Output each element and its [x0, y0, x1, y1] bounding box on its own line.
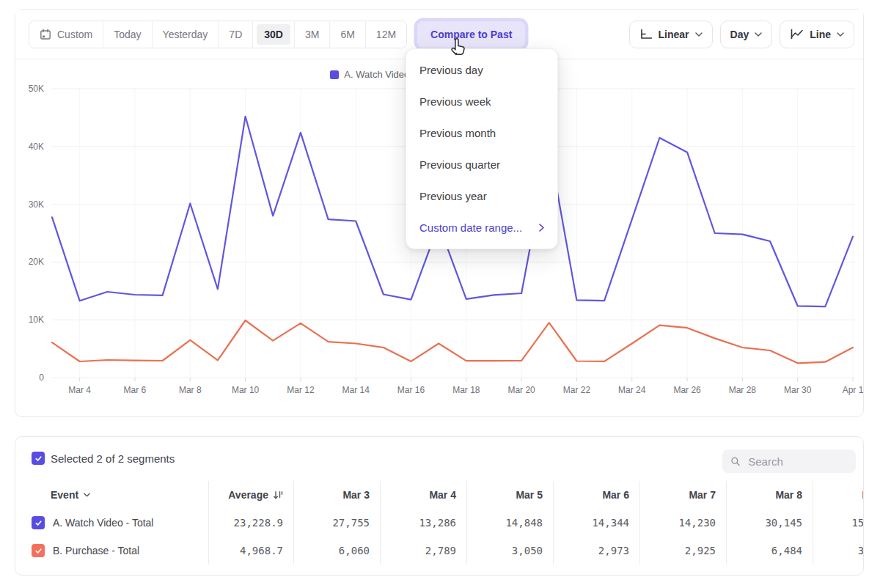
- scale-select-value: Linear: [659, 29, 689, 40]
- column-header-event[interactable]: Event: [15, 481, 208, 509]
- x-tick-label: Mar 20: [507, 385, 535, 395]
- table-value-cell: 14,848: [466, 509, 553, 537]
- table-value-cell: 2,973: [553, 537, 639, 565]
- column-header-date: Mar 9: [813, 481, 864, 509]
- table-value-cell: 2,789: [380, 537, 466, 565]
- range-label: Custom: [57, 29, 92, 40]
- x-tick-label: Mar 30: [784, 385, 811, 395]
- segment-row-label: B. Purchase - Total: [53, 545, 139, 556]
- date-range-segmented-control: Custom Today Yesterday 7D 30D 3M 6M 12M: [29, 21, 407, 48]
- range-6m-button[interactable]: 6M: [329, 21, 364, 48]
- interval-select-value: Day: [730, 29, 749, 40]
- compare-to-past-menu: Previous dayPrevious weekPrevious monthP…: [406, 48, 558, 249]
- series-line-b[interactable]: [52, 320, 853, 363]
- x-tick-label: Mar 10: [232, 385, 259, 395]
- table-value-cell: 4,968.7: [208, 537, 293, 565]
- row-checkbox[interactable]: [32, 544, 45, 557]
- segments-card: Selected 2 of 2 segments Event Average M…: [15, 436, 864, 576]
- menu-item[interactable]: Previous day: [406, 54, 557, 86]
- chevron-down-icon: [755, 32, 762, 37]
- range-12m-button[interactable]: 12M: [365, 21, 406, 48]
- menu-item[interactable]: Previous quarter: [406, 149, 557, 180]
- column-header-date: Mar 4: [380, 481, 466, 509]
- sort-descending-icon: [273, 490, 283, 500]
- interval-select[interactable]: Day: [720, 21, 773, 48]
- menu-item-custom-date-range[interactable]: Custom date range...: [406, 212, 557, 243]
- column-header-date: Mar 5: [466, 481, 553, 509]
- x-tick-label: Mar 24: [618, 385, 645, 395]
- range-custom-button[interactable]: Custom: [29, 21, 103, 48]
- scale-select[interactable]: Linear: [629, 21, 713, 48]
- range-3m-button[interactable]: 3M: [294, 21, 329, 48]
- segments-panel-header: Selected 2 of 2 segments: [15, 437, 863, 481]
- row-checkbox[interactable]: [32, 516, 45, 529]
- table-value-cell: 6,484: [726, 537, 813, 565]
- table-value-cell: 3,000: [813, 537, 864, 565]
- column-header-date: Mar 6: [553, 481, 639, 509]
- column-header-average[interactable]: Average: [208, 481, 293, 509]
- chevron-right-icon: [539, 224, 544, 232]
- check-icon: [34, 519, 43, 527]
- table-value-cell: 2,925: [639, 537, 726, 565]
- table-value-cell: 23,228.9: [208, 509, 293, 537]
- compare-to-past-button[interactable]: Compare to Past: [417, 21, 525, 48]
- segment-search: [722, 449, 856, 473]
- table-value-cell: 13,286: [380, 509, 466, 537]
- table-value-cell: 15,300: [813, 509, 864, 537]
- x-tick-label: Mar 26: [673, 385, 700, 395]
- menu-item[interactable]: Previous month: [406, 117, 557, 149]
- calendar-icon: [40, 29, 51, 40]
- x-tick-label: Mar 28: [729, 385, 756, 395]
- range-7d-button[interactable]: 7D: [218, 21, 252, 48]
- linear-scale-icon: [639, 29, 653, 40]
- x-tick-label: Mar 14: [342, 385, 370, 395]
- x-tick-label: Apr 1: [843, 385, 864, 395]
- table-value-cell: 30,145: [726, 509, 813, 537]
- x-tick-label: Mar 4: [68, 385, 91, 395]
- table-value-cell: 14,344: [553, 509, 639, 537]
- y-tick-label: 10K: [17, 315, 44, 325]
- x-tick-label: Mar 22: [563, 385, 590, 395]
- check-icon: [34, 547, 43, 555]
- y-tick-label: 20K: [17, 257, 44, 267]
- cursor-pointer-icon: [450, 37, 468, 56]
- chevron-down-icon: [84, 493, 90, 497]
- table-value-cell: 6,060: [293, 537, 380, 565]
- menu-item[interactable]: Previous year: [406, 180, 557, 212]
- menu-item[interactable]: Previous week: [406, 86, 557, 117]
- chart-type-select[interactable]: Line: [780, 21, 854, 48]
- select-all-checkbox[interactable]: [32, 452, 45, 465]
- chevron-down-icon: [837, 32, 844, 37]
- search-icon: [730, 455, 741, 468]
- line-chart-icon: [790, 29, 804, 40]
- y-tick-label: 40K: [17, 142, 44, 152]
- x-tick-label: Mar 18: [452, 385, 480, 395]
- legend-swatch: [330, 70, 339, 79]
- x-tick-label: Mar 12: [287, 385, 314, 395]
- segments-table: Event Average Mar 3 Mar 4 Mar 5 Mar 6 Ma…: [15, 481, 864, 565]
- y-tick-label: 0: [17, 372, 44, 383]
- chart-type-select-value: Line: [810, 29, 831, 40]
- segment-row-label: A. Watch Video - Total: [53, 517, 153, 529]
- table-row-name-cell: B. Purchase - Total: [15, 537, 208, 565]
- y-tick-label: 30K: [17, 199, 44, 210]
- selected-segments-label: Selected 2 of 2 segments: [51, 452, 175, 465]
- range-today-button[interactable]: Today: [103, 21, 151, 48]
- x-tick-label: Mar 16: [397, 385, 425, 395]
- x-tick-label: Mar 8: [179, 385, 202, 395]
- search-input[interactable]: [747, 455, 848, 468]
- table-value-cell: 27,755: [293, 509, 380, 537]
- table-row-name-cell: A. Watch Video - Total: [15, 509, 208, 537]
- table-value-cell: 3,050: [466, 537, 553, 565]
- column-header-date: Mar 8: [726, 481, 813, 509]
- range-yesterday-button[interactable]: Yesterday: [152, 21, 219, 48]
- range-30d-button[interactable]: 30D: [252, 21, 294, 48]
- check-icon: [34, 455, 43, 463]
- chart-display-controls: Linear Day Line: [629, 21, 854, 48]
- analytics-app: { "toolbar": { "ranges": ["Custom", "Tod…: [0, 0, 880, 588]
- column-header-date: Mar 7: [639, 481, 726, 509]
- y-tick-label: 50K: [17, 84, 44, 94]
- x-tick-label: Mar 6: [124, 385, 147, 395]
- chevron-down-icon: [695, 32, 703, 37]
- column-header-date: Mar 3: [293, 481, 380, 509]
